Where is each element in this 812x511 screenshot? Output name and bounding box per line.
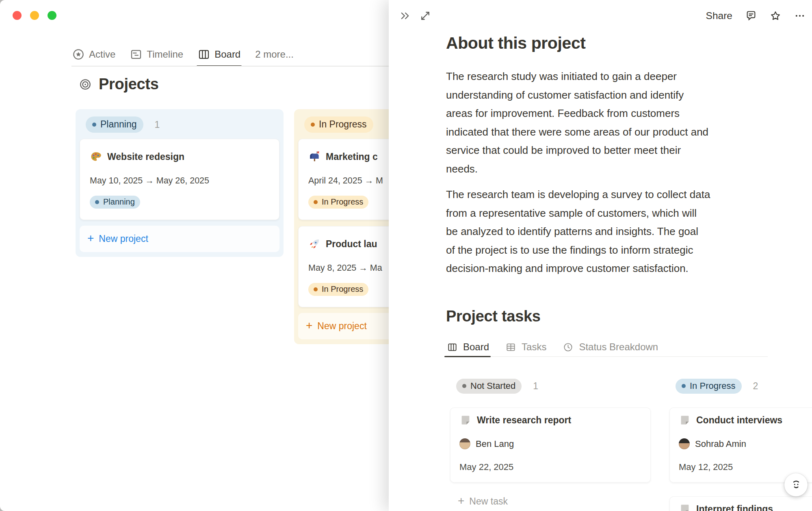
project-card-website-redesign[interactable]: Website redesign May 10, 2025 → May 26, … [80,139,279,220]
column-count: 1 [533,381,538,392]
section-heading-about: About this project [446,32,776,54]
document-icon [679,503,691,511]
panel-toolbar: Share [389,0,812,32]
task-card-write-research-report[interactable]: Write research report Ben Lang May 22, 2… [450,408,651,483]
card-title: Conduct interviews [696,414,782,427]
rocket-icon [308,238,320,250]
assignee-name: Sohrab Amin [695,438,746,450]
card-status-tag: In Progress [308,283,368,296]
tabs-divider [71,66,399,67]
tab-tasks-board[interactable]: Board [446,338,489,356]
more-options-icon[interactable] [794,10,806,22]
tab-more-views[interactable]: 2 more... [255,42,294,67]
page-title-row: Projects [79,75,159,93]
plus-icon: + [458,495,464,507]
card-date: May 12, 2025 [679,461,812,473]
tab-label: Timeline [147,49,183,60]
card-status-tag: Planning [90,196,140,209]
avatar [679,438,690,449]
status-pill-planning[interactable]: Planning [86,116,143,133]
side-peek-panel: Share About this project The research st… [389,0,812,511]
page-title: Projects [99,75,159,93]
document-icon [459,414,472,426]
column-count: 2 [753,381,758,392]
card-date: May 22, 2025 [459,461,641,473]
tab-active-view[interactable]: Active [72,42,115,67]
card-title: Website redesign [107,150,184,163]
status-dot [462,384,466,388]
status-dot [92,123,96,127]
assignee-row: Ben Lang [459,438,641,450]
app-window: Active Timeline Board 2 more... [0,0,812,511]
favorite-star-icon[interactable] [770,10,781,22]
card-title: Product lau [326,237,377,250]
comments-icon[interactable] [745,10,757,22]
board-column-planning: Planning 1 Website redesign May 10, 2025… [76,109,284,257]
screenshot-root: Active Timeline Board 2 more... [0,0,812,511]
tasks-view-tabs: Board Tasks Status Breakdown [446,338,768,357]
page-body: About this project The research study wa… [446,32,776,511]
expand-page-icon[interactable] [420,10,431,22]
minimize-window-button[interactable] [30,11,39,20]
tab-tasks-table[interactable]: Tasks [505,338,546,356]
new-project-button[interactable]: + New project [80,226,279,252]
document-icon [679,414,691,426]
close-window-button[interactable] [13,11,22,20]
zoom-window-button[interactable] [48,11,56,20]
share-button[interactable]: Share [706,10,732,22]
status-dot [311,123,315,127]
status-pill-in-progress[interactable]: In Progress [676,379,742,394]
status-pill-not-started[interactable]: Not Started [456,379,522,394]
new-task-button[interactable]: + New task [450,488,651,511]
tab-timeline-view[interactable]: Timeline [130,42,183,67]
target-icon [79,78,92,91]
section-heading-tasks: Project tasks [446,306,776,326]
assignee-name: Ben Lang [476,438,514,450]
table-icon [505,341,517,353]
board-icon [198,48,210,60]
view-tabs: Active Timeline Board 2 more... [72,42,294,67]
collapse-panel-icon[interactable] [399,10,411,22]
status-dot [314,287,318,291]
column-count: 1 [155,119,160,130]
column-header: Planning 1 [80,116,279,133]
card-title: Interpret findings [696,502,773,511]
clock-icon [562,341,574,353]
card-status-tag: In Progress [308,196,368,209]
card-title: Marketing c [326,150,378,163]
mailbox-icon [308,151,320,163]
plus-icon: + [87,233,94,244]
plus-icon: + [306,320,312,331]
star-circle-icon [72,48,84,60]
paragraph-block[interactable]: The research team is developing a survey… [446,185,776,278]
board-icon [446,341,458,353]
status-dot [95,200,99,204]
ai-face-icon [790,479,803,492]
status-dot [314,200,318,204]
column-header: In Progress 2 [669,378,812,394]
tab-label: Active [89,49,115,60]
palette-icon [90,151,102,163]
notion-ai-button[interactable] [784,473,808,496]
tasks-column-not-started: Not Started 1 Write research report [446,371,655,511]
paragraph-block[interactable]: The research study was initiated to gain… [446,67,776,178]
avatar [459,438,470,449]
status-pill-in-progress[interactable]: In Progress [304,116,373,133]
tab-status-breakdown[interactable]: Status Breakdown [562,338,658,356]
timeline-icon [130,48,142,60]
task-card-interpret-findings[interactable]: Interpret findings [669,496,812,511]
assignee-row: Sohrab Amin [679,438,812,450]
tab-label: Board [214,49,240,60]
tab-board-view[interactable]: Board [198,42,240,67]
tab-label: 2 more... [255,49,294,60]
card-date-range: May 10, 2025 → May 26, 2025 [90,175,269,186]
card-title: Write research report [477,414,571,427]
status-dot [682,384,686,388]
tasks-board: Not Started 1 Write research report [446,371,812,511]
column-header: Not Started 1 [450,378,651,394]
task-card-conduct-interviews[interactable]: Conduct interviews Sohrab Amin May 12, 2… [669,408,812,483]
